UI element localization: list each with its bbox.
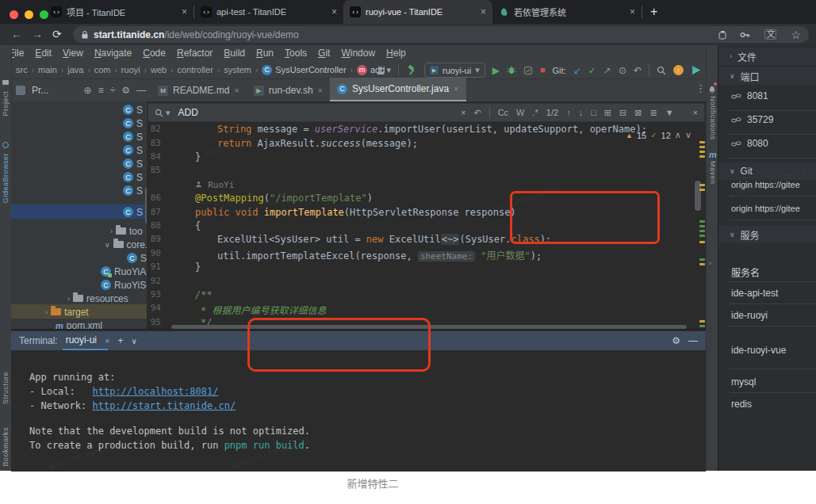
share-icon[interactable]	[718, 30, 727, 40]
terminal-tab-ruoyi-ui[interactable]: ruoyi-ui	[66, 334, 97, 347]
bookmark-star-icon[interactable]: ☆	[791, 29, 801, 41]
next-match-icon[interactable]: ↓	[579, 108, 584, 117]
locate-file-icon[interactable]: ⊕	[84, 85, 92, 96]
error-stripe-mark[interactable]	[699, 220, 705, 223]
service-row-ide-ruoyi-vue[interactable]: ide-ruoyi-vue	[731, 345, 786, 356]
close-window-icon[interactable]	[10, 10, 18, 19]
menu-tools[interactable]: Tools	[279, 48, 312, 59]
port-row-8080[interactable]: 8080	[731, 138, 768, 149]
tree-item-class[interactable]: CS	[123, 157, 143, 170]
error-stripe-mark[interactable]	[699, 151, 705, 153]
tree-item-class[interactable]: CS	[123, 170, 143, 184]
browser-stripe-icon[interactable]	[2, 142, 9, 148]
menu-window[interactable]: Window	[335, 48, 381, 59]
close-tab-icon[interactable]: ×	[630, 6, 635, 17]
error-stripe-mark[interactable]	[699, 320, 705, 323]
menu-code[interactable]: Code	[137, 48, 171, 59]
files-section-header[interactable]: ›文件	[718, 48, 816, 65]
stripe-structure-button[interactable]: Structure	[2, 372, 10, 404]
maven-stripe-icon[interactable]: m	[709, 150, 717, 159]
port-row-8081[interactable]: 8081	[731, 90, 768, 101]
service-row-mysql[interactable]: mysql	[731, 376, 756, 388]
expand-all-icon[interactable]: ≡	[98, 85, 104, 96]
password-key-icon[interactable]	[740, 30, 750, 40]
new-tab-button[interactable]: +	[642, 0, 665, 24]
prev-match-icon[interactable]: ↑	[566, 108, 571, 117]
collapse-all-icon[interactable]: ÷	[110, 85, 116, 96]
tree-item-class[interactable]: CS	[123, 116, 143, 130]
browser-tab-project[interactable]: ‹› 项目 - TitanIDE ×	[44, 0, 193, 24]
history-icon[interactable]: ⊙	[619, 66, 626, 75]
tree-item-class[interactable]: CS	[123, 184, 143, 197]
ports-section-header[interactable]: ∨端口	[718, 67, 816, 85]
menu-edit[interactable]: Edit	[29, 48, 57, 59]
reload-icon[interactable]: ⟳	[52, 24, 62, 45]
panel-settings-gear-icon[interactable]: ⚙	[121, 85, 130, 96]
error-stripe-mark[interactable]	[699, 258, 705, 261]
address-bar[interactable]: start.titanide.cn/ide/web/coding/ruoyi-v…	[73, 26, 809, 43]
hide-terminal-icon[interactable]: —	[688, 335, 698, 346]
menu-view[interactable]: View	[57, 48, 89, 59]
breadcrumb-system[interactable]: system	[224, 65, 251, 74]
filter-funnel-icon[interactable]: ▼	[665, 108, 674, 117]
update-available-icon[interactable]: ↑	[673, 65, 684, 75]
stripe-project-button[interactable]: Project	[2, 91, 10, 116]
prev-problem-icon[interactable]: ∧	[675, 130, 681, 140]
menu-refactor[interactable]: Refactor	[171, 48, 218, 59]
git-push-icon[interactable]: ↗	[603, 66, 611, 75]
editor-options-kebab-icon[interactable]: ⋮	[695, 82, 706, 94]
new-terminal-icon[interactable]: +	[117, 335, 123, 346]
service-row-redis[interactable]: redis	[731, 399, 752, 410]
select-all-matches-icon[interactable]: □	[591, 108, 596, 117]
author-inlay[interactable]: RuoYi	[195, 179, 234, 190]
tree-item-core-config[interactable]: ∨core.c	[105, 238, 151, 251]
close-tab-icon[interactable]: ×	[331, 6, 337, 17]
service-row-ide-api-test[interactable]: ide-api-test	[731, 288, 778, 299]
close-tab-icon[interactable]: ×	[182, 6, 187, 17]
build-hammer-icon[interactable]	[406, 65, 417, 76]
close-tab-icon[interactable]: ×	[454, 84, 458, 94]
breadcrumb-controller[interactable]: controller	[178, 65, 213, 74]
search-history-dropdown-icon[interactable]: ▾	[166, 108, 170, 118]
debug-bug-icon[interactable]	[507, 65, 516, 75]
forward-icon[interactable]: →	[32, 24, 43, 45]
service-row-ide-ruoyi[interactable]: ide-ruoyi	[731, 310, 768, 321]
breadcrumb-ruoyi[interactable]: ruoyi	[121, 65, 140, 74]
tree-item-ruoyi-app[interactable]: CRuoYiApp	[101, 265, 151, 278]
breadcrumb-java[interactable]: java	[67, 65, 83, 74]
port-row-35729[interactable]: 35729	[731, 114, 773, 125]
breadcrumb-src[interactable]: src	[16, 65, 28, 74]
tree-item-resources[interactable]: ›resources	[67, 292, 128, 305]
remove-selection-icon[interactable]: ⊟	[619, 108, 626, 118]
close-terminal-tab-icon[interactable]: ×	[105, 336, 109, 346]
tree-item-class[interactable]: CS	[123, 130, 143, 143]
add-selection-icon[interactable]: ⊞	[604, 108, 611, 118]
breadcrumb-com[interactable]: com	[94, 65, 111, 74]
replace-toggle-icon[interactable]: ⊠	[634, 108, 642, 118]
stripe-gideabrowser-button[interactable]: GIdeaBrowser	[2, 153, 10, 204]
stripe-notifications-button[interactable]: Notifications	[709, 96, 717, 140]
tree-item-target[interactable]: ›target	[45, 305, 89, 319]
stripe-bookmarks-button[interactable]: Bookmarks	[2, 427, 10, 467]
tree-item-pom[interactable]: mpom.xml	[56, 319, 102, 329]
tree-item-ruoyi-server[interactable]: CRuoYiSer	[101, 278, 151, 292]
project-stripe-icon[interactable]	[2, 80, 9, 85]
editor-tab-readme[interactable]: M README.md ×	[151, 79, 247, 101]
tree-item-class[interactable]: CS	[123, 103, 143, 116]
error-stripe-mark[interactable]	[699, 230, 705, 232]
breadcrumb-web[interactable]: web	[151, 65, 167, 74]
git-remote-row[interactable]: origin https://gitee	[731, 180, 800, 189]
error-stripe-mark[interactable]	[699, 189, 705, 191]
localhost-link[interactable]: http://localhost:8081/	[92, 386, 218, 397]
back-icon[interactable]: ←	[11, 24, 22, 45]
git-remote-row[interactable]: origin https://gitee	[731, 204, 800, 213]
minimize-window-icon[interactable]	[25, 10, 33, 19]
whole-words-toggle[interactable]: W	[516, 108, 524, 117]
find-input[interactable]: ADD	[178, 107, 198, 118]
run-configuration-select[interactable]: ▶ ruoyi-ui ▾	[424, 63, 485, 78]
breadcrumb-main[interactable]: main	[38, 65, 57, 74]
browser-tab-ruoyi-vue[interactable]: ‹› ruoyi-vue - TitanIDE ×	[343, 0, 492, 24]
stripe-maven-button[interactable]: Maven	[709, 161, 717, 185]
network-link[interactable]: http://start.titanide.cn/	[92, 400, 236, 411]
error-stripe-mark[interactable]	[699, 225, 705, 227]
